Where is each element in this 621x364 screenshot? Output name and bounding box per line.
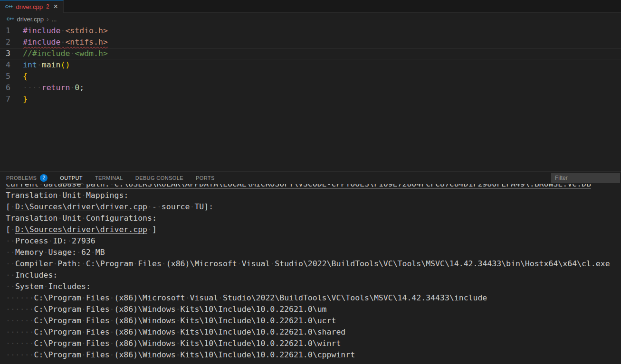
text-run: <ntifs.h>: [65, 37, 107, 47]
output-log[interactable]: current·database·path:·C:\USERS\KULAK\AP…: [0, 184, 621, 364]
whitespace-dots: ·: [60, 26, 65, 35]
panel-tab-problems[interactable]: PROBLEMS2: [6, 172, 48, 184]
token: (): [61, 60, 70, 69]
text-run: -: [152, 202, 157, 211]
whitespace-dots: ·: [176, 327, 181, 336]
code-line-3[interactable]: 3//#include·<wdm.h>: [0, 48, 621, 59]
text-run: Mappings:: [86, 191, 128, 200]
text-run: D:\Sources\driver\driver.cpp: [15, 225, 147, 234]
chevron-right-icon: ›: [47, 15, 49, 23]
output-text: ······C:\Program·Files·(x86)\Windows·Kit…: [6, 327, 345, 336]
panel-tab-output[interactable]: OUTPUT: [60, 172, 83, 184]
text-run: Translation: [6, 191, 57, 200]
text-run: //#include: [23, 49, 70, 58]
code-editor[interactable]: 1#include·<stdio.h>2#include·<ntifs.h>3/…: [0, 25, 621, 171]
cpp-file-icon: C++: [5, 4, 13, 9]
text-run: Unit: [62, 214, 81, 223]
whitespace-dots: ·: [70, 83, 75, 92]
line-number[interactable]: 7: [0, 93, 10, 105]
token: int: [23, 60, 37, 69]
whitespace-dots: ·: [237, 259, 242, 268]
token: <ntifs.h>: [65, 37, 107, 47]
line-number[interactable]: 3: [0, 48, 10, 59]
token: ;: [79, 83, 84, 92]
line-number[interactable]: 5: [0, 71, 10, 82]
breadcrumb-item-file[interactable]: driver.cpp: [17, 16, 44, 23]
code-line-1[interactable]: 1#include·<stdio.h>: [0, 25, 621, 37]
file-path-link[interactable]: D:\Sources\driver\driver.cpp: [15, 225, 147, 234]
whitespace-dots: ·: [162, 259, 166, 268]
file-path-link[interactable]: current·database·path:·C:\USERS\KULAK\AP…: [6, 184, 591, 188]
whitespace-dots: ·: [70, 49, 75, 58]
output-filter-input[interactable]: [551, 173, 620, 183]
whitespace-dots: ······: [6, 305, 34, 314]
text-run: Usage:: [48, 248, 76, 257]
tab-label: driver.cpp: [16, 3, 43, 10]
whitespace-dots: ·: [110, 350, 115, 359]
text-run: 0: [75, 83, 79, 92]
close-icon[interactable]: ×: [54, 3, 58, 10]
text-run: C:\Program: [34, 350, 81, 359]
line-number[interactable]: 2: [0, 37, 10, 48]
bottom-panel: PROBLEMS2OUTPUTTERMINALDEBUG CONSOLEPORT…: [0, 171, 621, 364]
whitespace-dots: ·: [218, 293, 223, 302]
panel-tab-label: PROBLEMS: [6, 175, 37, 181]
panel-tab-debug-console[interactable]: DEBUG CONSOLE: [135, 172, 183, 184]
panel-tab-terminal[interactable]: TERMINAL: [95, 172, 123, 184]
output-text: ·]: [147, 225, 157, 234]
whitespace-dots: ·: [81, 339, 86, 348]
output-text: ··Compiler·Path:·C:\Program·Files·(x86)\…: [6, 259, 610, 268]
text-run: Files: [138, 259, 162, 268]
whitespace-dots: ·: [53, 259, 57, 268]
output-line: ······C:\Program·Files·(x86)\Windows·Kit…: [6, 304, 621, 315]
text-run: MB: [96, 248, 105, 257]
token: return: [42, 83, 70, 92]
text-run: main: [42, 60, 61, 69]
text-run: Unit: [62, 191, 81, 200]
file-path-link[interactable]: D:\Sources\driver\driver.cpp: [15, 202, 147, 211]
whitespace-dots: ·: [81, 350, 86, 359]
output-line: ······C:\Program·Files·(x86)\Windows·Kit…: [6, 349, 621, 361]
text-run: return: [42, 83, 70, 92]
tab-driver-cpp[interactable]: C++ driver.cpp 2 ×: [0, 0, 64, 13]
code-line-4[interactable]: 4int·main(): [0, 59, 621, 71]
code-line-6[interactable]: 6····return·0;: [0, 82, 621, 93]
text-run: TU]:: [194, 202, 213, 211]
whitespace-dots: ··: [6, 271, 15, 280]
line-number[interactable]: 6: [0, 82, 10, 93]
text-run: System: [15, 282, 44, 291]
output-line: ··Process·ID:·27936: [6, 235, 621, 247]
text-run: Path:: [57, 259, 81, 268]
code-line-7[interactable]: 7}: [0, 93, 621, 105]
line-number[interactable]: 4: [0, 59, 10, 71]
text-run: current: [6, 184, 39, 188]
panel-tab-ports[interactable]: PORTS: [196, 172, 215, 184]
output-line: ······C:\Program·Files·(x86)\Microsoft·V…: [6, 292, 621, 304]
output-line: [·D:\Sources\driver\driver.cpp·-·source·…: [6, 201, 621, 213]
output-text: ······C:\Program·Files·(x86)\Windows·Kit…: [6, 350, 355, 359]
breadcrumb-item-symbol[interactable]: ...: [52, 16, 57, 23]
breadcrumb: C++ driver.cpp › ...: [0, 13, 621, 25]
whitespace-dots: ·: [190, 202, 194, 211]
token: main: [42, 60, 61, 69]
text-run: D:\Sources\driver\driver.cpp: [15, 202, 147, 211]
code-line-5[interactable]: 5{: [0, 71, 621, 82]
code-line-2[interactable]: 2#include·<ntifs.h>: [0, 37, 621, 48]
text-run: (x86)\Windows: [115, 305, 176, 314]
text-run: Files: [86, 350, 110, 359]
text-run: (x86)\Windows: [115, 350, 176, 359]
whitespace-dots: ·: [10, 225, 15, 234]
text-run: (x86)\Windows: [115, 316, 176, 325]
panel-tab-label: PORTS: [196, 175, 215, 181]
cpp-file-icon: C++: [7, 17, 14, 21]
whitespace-dots: ······: [6, 293, 34, 302]
whitespace-dots: ·: [110, 305, 115, 314]
whitespace-dots: ····: [23, 83, 42, 92]
whitespace-dots: ·: [81, 259, 86, 268]
panel-tabs: PROBLEMS2OUTPUTTERMINALDEBUG CONSOLEPORT…: [6, 172, 227, 185]
output-text: ······C:\Program·Files·(x86)\Windows·Kit…: [6, 339, 341, 348]
line-number[interactable]: 1: [0, 25, 10, 37]
text-run: Visual: [190, 293, 218, 302]
whitespace-dots: ·: [147, 225, 152, 234]
text-run: ]: [152, 225, 157, 234]
